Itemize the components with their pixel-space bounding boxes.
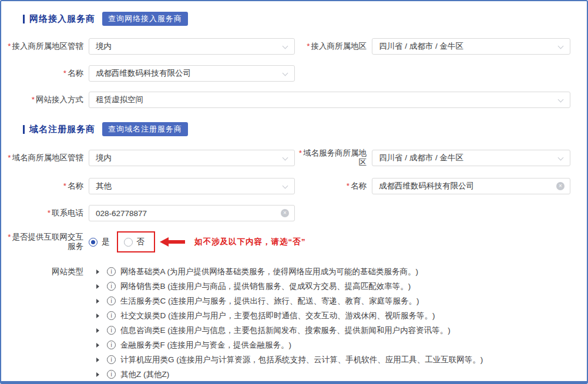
chevron-down-icon	[558, 155, 564, 161]
radio-label: 是	[102, 237, 110, 247]
field-label: *域名服务商所属地区	[295, 149, 372, 167]
required-asterisk: *	[63, 181, 66, 190]
required-asterisk: *	[8, 153, 11, 162]
expand-triangle-icon[interactable]	[96, 299, 99, 304]
chevron-down-icon	[558, 43, 564, 49]
phone-input[interactable]: 028-62778877 ×	[89, 205, 295, 221]
website-type-text: 其他Z (其他Z)	[120, 369, 169, 380]
domain-jurisdiction-select[interactable]: 境内	[89, 150, 295, 166]
field-access-region: *接入商所属地区 四川省 / 成都市 / 金牛区	[295, 38, 570, 55]
info-icon[interactable]: i	[107, 341, 116, 349]
info-icon[interactable]: i	[107, 297, 116, 305]
field-label: *联系电话	[6, 208, 89, 218]
domain-name-select[interactable]: 其他	[89, 178, 295, 194]
left-arrow-icon	[160, 237, 185, 247]
radio-option-yes[interactable]: 是	[89, 237, 110, 247]
field-domain-name-select: *名称 其他	[6, 178, 295, 194]
select-value: 境内	[96, 153, 112, 163]
website-type-item: i 社交文娱类D (连接用户与用户，主要包括即时通信、交友互动、游戏休闲、视听服…	[96, 308, 483, 323]
required-asterisk: *	[299, 149, 302, 157]
website-type-text: 计算机应用类G (连接用户与计算资源，包括系统支持、云计算、手机软件、应用工具、…	[120, 355, 483, 365]
required-asterisk: *	[63, 69, 66, 78]
annotation-highlight-box: 否	[117, 231, 156, 252]
website-type-item: i 其他Z (其他Z)	[96, 367, 483, 382]
expand-triangle-icon[interactable]	[96, 328, 99, 333]
clear-icon[interactable]: ×	[281, 209, 289, 217]
form-row-phone: *联系电话 028-62778877 ×	[6, 205, 570, 221]
domain-name-input[interactable]: 成都西维数码科技有限公司 ×	[372, 178, 570, 194]
radio-option-no[interactable]: 否	[124, 237, 145, 247]
website-type-item: i 网络销售类B (连接用户与商品，提供销售服务、促成双方交易、提高匹配效率等。…	[96, 279, 483, 294]
required-asterisk: *	[8, 42, 11, 50]
section-title-domain-registrar: 域名注册服务商	[29, 124, 95, 135]
annotation-text: 如不涉及以下内容，请选“否”	[194, 237, 306, 247]
required-asterisk: *	[8, 233, 11, 241]
field-access-name: *名称 成都西维数码科技有限公司	[6, 65, 295, 82]
access-method-select[interactable]: 租赁虚拟空间	[89, 92, 570, 108]
domain-region-select[interactable]: 四川省 / 成都市 / 金牛区	[372, 150, 570, 166]
input-value: 028-62778877	[96, 209, 147, 218]
chevron-down-icon	[558, 97, 564, 103]
website-type-text: 网络基础类A (为用户提供网络基础类服务，使得网络应用成为可能的基础类服务商。)	[120, 267, 418, 277]
required-asterisk: *	[48, 208, 51, 217]
chevron-down-icon	[283, 155, 288, 161]
info-icon[interactable]: i	[107, 326, 116, 335]
info-icon[interactable]: i	[107, 311, 116, 320]
chevron-down-icon	[283, 183, 288, 189]
form-row-domain-region: *域名商所属地区管辖 境内 *域名服务商所属地区 四川省 / 成都市 / 金牛区	[6, 149, 570, 167]
icp-form-panel: 网络接入服务商 查询网络接入服务商 *接入商所属地区管辖 境内 *接入商所属地区…	[0, 0, 588, 384]
expand-triangle-icon[interactable]	[96, 343, 99, 348]
field-label: *是否提供互联网交互 服务	[6, 233, 89, 251]
website-type-item: i 信息咨询类E (连接用户与信息，主要包括新闻发布、搜索服务、提供新闻和用户内…	[96, 323, 483, 338]
info-icon[interactable]: i	[107, 370, 116, 379]
form-row-access-region: *接入商所属地区管辖 境内 *接入商所属地区 四川省 / 成都市 / 金牛区	[6, 38, 570, 55]
chevron-down-icon	[283, 43, 288, 49]
field-label: *名称	[6, 69, 89, 78]
section-title-access-provider: 网络接入服务商	[29, 14, 95, 25]
section-accent-bar	[23, 125, 25, 134]
query-access-provider-button[interactable]: 查询网络接入服务商	[102, 12, 188, 26]
select-value: 租赁虚拟空间	[96, 95, 143, 105]
access-jurisdiction-select[interactable]: 境内	[89, 38, 295, 55]
website-type-list: i 网络基础类A (为用户提供网络基础类服务，使得网络应用成为可能的基础类服务商…	[89, 264, 483, 382]
section-header-access-provider: 网络接入服务商 查询网络接入服务商	[23, 12, 570, 26]
website-type-text: 金融服务类F (连接用户与资金，提供金融服务。)	[120, 340, 291, 351]
expand-triangle-icon[interactable]	[96, 270, 99, 274]
field-domain-name-input: *名称 成都西维数码科技有限公司 ×	[295, 178, 570, 194]
field-label: *接入商所属地区	[295, 42, 372, 51]
access-name-select[interactable]: 成都西维数码科技有限公司	[89, 65, 295, 82]
access-region-select[interactable]: 四川省 / 成都市 / 金牛区	[372, 38, 570, 55]
website-type-item: i 计算机应用类G (连接用户与计算资源，包括系统支持、云计算、手机软件、应用工…	[96, 352, 483, 367]
expand-triangle-icon[interactable]	[96, 358, 99, 362]
info-icon[interactable]: i	[107, 282, 116, 291]
query-domain-registrar-button[interactable]: 查询域名注册服务商	[102, 122, 188, 136]
radio-selected-icon[interactable]	[89, 238, 98, 247]
field-domain-jurisdiction: *域名商所属地区管辖 境内	[6, 149, 295, 167]
section-accent-bar	[23, 15, 25, 23]
radio-unselected-icon[interactable]	[124, 238, 133, 247]
section-header-domain-registrar: 域名注册服务商 查询域名注册服务商	[23, 122, 570, 136]
select-value: 四川省 / 成都市 / 金牛区	[379, 41, 463, 52]
form-row-access-name: *名称 成都西维数码科技有限公司	[6, 65, 570, 82]
expand-triangle-icon[interactable]	[96, 284, 99, 289]
field-phone: *联系电话 028-62778877 ×	[6, 205, 295, 221]
chevron-down-icon	[283, 70, 288, 76]
field-label: *名称	[295, 181, 372, 191]
info-icon[interactable]: i	[107, 355, 116, 364]
website-type-item: i 生活服务类C (连接用户与服务，提供出行、旅行、配送、寄递、教育、家庭等服务…	[96, 294, 483, 308]
select-value: 境内	[96, 41, 112, 52]
field-label: *名称	[6, 181, 89, 191]
field-access-jurisdiction: *接入商所属地区管辖 境内	[6, 38, 295, 55]
select-value: 其他	[96, 181, 112, 191]
form-row-domain-name: *名称 其他 *名称 成都西维数码科技有限公司 ×	[6, 178, 570, 194]
required-asterisk: *	[347, 181, 350, 190]
expand-triangle-icon[interactable]	[96, 372, 99, 377]
expand-triangle-icon[interactable]	[96, 314, 99, 318]
website-type-item: i 金融服务类F (连接用户与资金，提供金融服务。)	[96, 338, 483, 352]
form-row-interactive-service: *是否提供互联网交互 服务 是 否 如不涉及以下内容，请选“否”	[6, 231, 570, 252]
form-row-access-method: *网站接入方式 租赁虚拟空间	[6, 92, 570, 108]
field-label: *接入商所属地区管辖	[6, 42, 89, 51]
clear-icon[interactable]: ×	[556, 182, 565, 190]
field-access-method: *网站接入方式 租赁虚拟空间	[6, 92, 570, 108]
info-icon[interactable]: i	[107, 267, 116, 276]
